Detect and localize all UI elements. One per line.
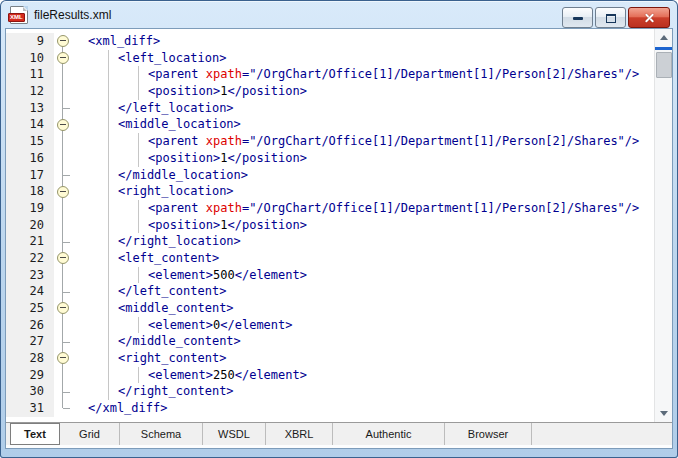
code-token: </middle_content> xyxy=(118,334,241,348)
code-token: xpath xyxy=(206,67,242,81)
restore-icon xyxy=(606,14,616,23)
fold-collapse-icon[interactable] xyxy=(57,119,69,131)
fold-collapse-icon[interactable] xyxy=(57,352,69,364)
indent-guide xyxy=(108,283,109,300)
code-text: <parent xpath="/OrgChart/Office[1]/Depar… xyxy=(80,200,655,217)
fold-connector-line xyxy=(62,367,63,384)
line-number: 20 xyxy=(6,217,54,234)
code-token: <position> xyxy=(148,151,220,165)
tab-schema[interactable]: Schema xyxy=(120,423,203,445)
code-token: </left_content> xyxy=(118,284,226,298)
code-token: <parent xyxy=(148,67,206,81)
tab-wsdl[interactable]: WSDL xyxy=(203,423,266,445)
line-number: 31 xyxy=(6,400,54,417)
vertical-scrollbar[interactable] xyxy=(654,29,672,422)
indent-guide xyxy=(138,317,139,334)
tab-grid[interactable]: Grid xyxy=(60,423,120,445)
code-line: 28<right_content> xyxy=(6,350,655,367)
tabbar-bottom-strip xyxy=(6,445,672,448)
scroll-down-button[interactable] xyxy=(655,405,672,422)
title-bar[interactable]: XML fileResults.xml xyxy=(1,1,677,28)
line-number: 21 xyxy=(6,233,54,250)
fold-margin xyxy=(54,383,80,400)
code-line: 22<left_content> xyxy=(6,250,655,267)
tab-browser[interactable]: Browser xyxy=(445,423,532,445)
fold-collapse-icon[interactable] xyxy=(57,35,69,47)
code-text: </xml_diff> xyxy=(80,400,655,417)
fold-margin xyxy=(54,367,80,384)
code-token: <right_content> xyxy=(118,351,226,365)
fold-connector-line xyxy=(62,83,63,100)
code-line: 11<parent xpath="/OrgChart/Office[1]/Dep… xyxy=(6,66,655,83)
code-text: <middle_content> xyxy=(80,300,655,317)
code-token: </position> xyxy=(227,218,306,232)
fold-margin xyxy=(54,350,80,367)
indent-guide xyxy=(138,200,139,217)
line-number: 9 xyxy=(6,33,54,50)
tab-xbrl[interactable]: XBRL xyxy=(266,423,333,445)
code-lines: 9<xml_diff>10<left_location>11<parent xp… xyxy=(6,33,655,417)
line-number: 26 xyxy=(6,317,54,334)
fold-margin xyxy=(54,233,80,250)
restore-button[interactable] xyxy=(595,7,626,28)
fold-collapse-icon[interactable] xyxy=(57,186,69,198)
code-token: <element> xyxy=(148,268,213,282)
fold-connector-line xyxy=(62,217,63,234)
minimize-button[interactable] xyxy=(562,7,593,28)
fold-margin xyxy=(54,200,80,217)
tab-authentic[interactable]: Authentic xyxy=(333,423,445,445)
xml-text-editor[interactable]: 9<xml_diff>10<left_location>11<parent xp… xyxy=(6,29,672,422)
indent-guide xyxy=(108,116,109,133)
code-line: 10<left_location> xyxy=(6,50,655,67)
code-token: xpath xyxy=(206,134,242,148)
window-title: fileResults.xml xyxy=(34,8,111,22)
code-line: 27</middle_content> xyxy=(6,333,655,350)
fold-margin xyxy=(54,183,80,200)
scroll-up-button[interactable] xyxy=(655,29,672,46)
fold-collapse-icon[interactable] xyxy=(57,52,69,64)
fold-margin xyxy=(54,116,80,133)
indent-guide xyxy=(108,317,109,334)
close-button[interactable] xyxy=(628,7,670,28)
code-text: </middle_location> xyxy=(80,167,655,184)
line-number: 16 xyxy=(6,150,54,167)
code-token: </xml_diff> xyxy=(88,401,167,415)
indent-guide xyxy=(108,267,109,284)
line-number: 25 xyxy=(6,300,54,317)
fold-connector-line xyxy=(62,400,63,408)
code-text: </right_content> xyxy=(80,383,655,400)
fold-collapse-icon[interactable] xyxy=(57,302,69,314)
app-window: XML fileResults.xml 9<xml_diff>10<left_l… xyxy=(0,0,678,458)
window-controls xyxy=(562,7,670,28)
indent-guide xyxy=(138,217,139,234)
code-line: 30</right_content> xyxy=(6,383,655,400)
code-text: <position>1</position> xyxy=(80,150,655,167)
line-number: 10 xyxy=(6,50,54,67)
code-line: 23<element>500</element> xyxy=(6,267,655,284)
indent-guide xyxy=(108,250,109,267)
fold-collapse-icon[interactable] xyxy=(57,252,69,264)
scrollbar-thumb[interactable] xyxy=(656,52,672,78)
tab-text[interactable]: Text xyxy=(10,423,60,445)
code-line: 13</left_location> xyxy=(6,100,655,117)
indent-guide xyxy=(108,383,109,400)
code-token: </left_location> xyxy=(118,101,234,115)
fold-end-tick xyxy=(63,292,70,293)
scroll-position-marker xyxy=(655,47,672,50)
code-token: ="/OrgChart/Office[1]/Department[1]/Pers… xyxy=(242,67,639,81)
indent-guide xyxy=(108,217,109,234)
fold-margin xyxy=(54,33,80,50)
indent-guide xyxy=(138,133,139,150)
indent-guide xyxy=(108,50,109,67)
code-text: <position>1</position> xyxy=(80,217,655,234)
indent-guide xyxy=(138,150,139,167)
code-line: 16<position>1</position> xyxy=(6,150,655,167)
code-line: 15<parent xpath="/OrgChart/Office[1]/Dep… xyxy=(6,133,655,150)
indent-guide xyxy=(108,300,109,317)
document-pane: 9<xml_diff>10<left_location>11<parent xp… xyxy=(5,28,673,449)
minimize-icon xyxy=(573,17,583,20)
code-token: </position> xyxy=(227,151,306,165)
fold-margin xyxy=(54,167,80,184)
code-token: <position> xyxy=(148,84,220,98)
code-token: <xml_diff> xyxy=(88,34,160,48)
